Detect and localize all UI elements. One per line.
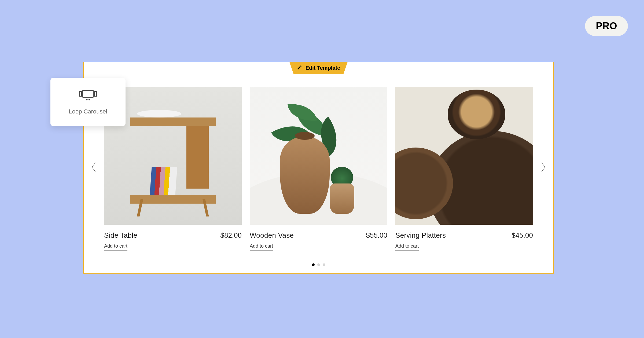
product-price: $82.00 — [220, 231, 242, 240]
svg-point-4 — [87, 99, 89, 100]
pagination-dot[interactable] — [312, 263, 315, 266]
svg-point-3 — [86, 99, 87, 100]
product-title: Side Table — [104, 231, 137, 240]
loop-carousel-widget[interactable]: Edit Template Si — [83, 62, 554, 274]
widget-label: Loop Carousel — [69, 108, 107, 115]
product-price: $55.00 — [366, 231, 387, 240]
pro-badge-label: PRO — [596, 20, 617, 31]
svg-rect-1 — [79, 91, 82, 96]
pencil-icon — [297, 65, 302, 71]
pro-badge: PRO — [585, 16, 628, 36]
edit-template-label: Edit Template — [306, 65, 340, 71]
edit-template-button[interactable]: Edit Template — [289, 62, 348, 74]
product-title: Serving Platters — [395, 231, 446, 240]
carousel-prev-button[interactable] — [89, 162, 99, 173]
carousel-next-button[interactable] — [538, 162, 549, 173]
product-title: Wooden Vase — [250, 231, 294, 240]
chevron-left-icon — [91, 162, 97, 173]
product-card: Serving Platters $45.00 Add to cart — [395, 87, 533, 253]
pagination-dot[interactable] — [323, 263, 325, 266]
add-to-cart-button[interactable]: Add to cart — [250, 243, 273, 251]
carousel-slides: Side Table $82.00 Add to cart Wooden Vas… — [104, 87, 533, 253]
product-image[interactable] — [395, 87, 533, 225]
widget-chip[interactable]: Loop Carousel — [50, 78, 126, 126]
add-to-cart-button[interactable]: Add to cart — [104, 243, 127, 251]
pagination-dot[interactable] — [317, 263, 320, 266]
chevron-right-icon — [540, 162, 546, 173]
product-card: Wooden Vase $55.00 Add to cart — [250, 87, 387, 253]
svg-point-5 — [89, 99, 90, 100]
product-price: $45.00 — [511, 231, 533, 240]
svg-rect-0 — [83, 90, 93, 97]
loop-carousel-icon — [79, 89, 97, 102]
carousel-pagination — [312, 263, 325, 266]
svg-rect-2 — [94, 91, 97, 96]
add-to-cart-button[interactable]: Add to cart — [395, 243, 419, 251]
product-image[interactable] — [250, 87, 387, 225]
